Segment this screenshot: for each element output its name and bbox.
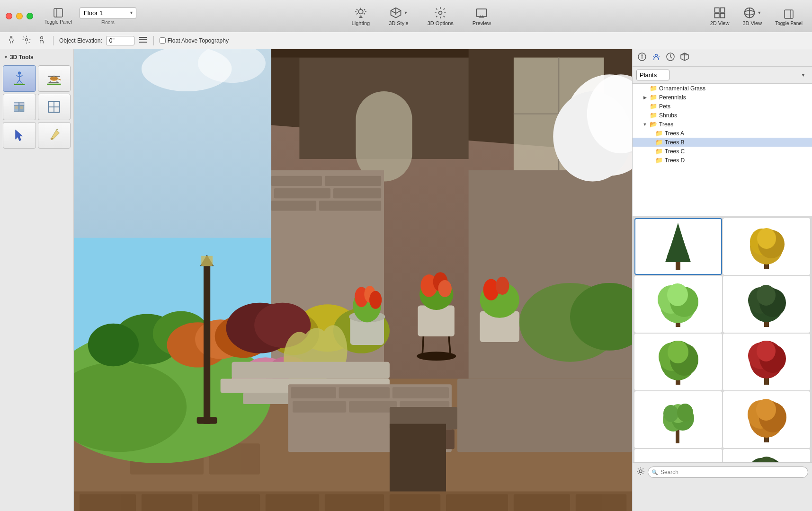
2d-view-button[interactable]: 2D View (706, 4, 733, 28)
svg-line-24 (17, 80, 19, 83)
cube-tab-button[interactable] (679, 51, 690, 64)
svg-rect-8 (720, 13, 724, 18)
svg-rect-40 (47, 84, 61, 85)
svg-rect-126 (291, 387, 336, 398)
thumb-light-green[interactable] (634, 276, 722, 333)
object-tab-button[interactable] (651, 51, 662, 64)
3d-options-button[interactable]: 3D Options (424, 4, 457, 28)
thumb-yellow-autumn[interactable] (723, 391, 811, 448)
tree-arrow-trees: ▼ (642, 122, 648, 127)
svg-rect-73 (274, 188, 330, 198)
svg-rect-12 (785, 10, 793, 18)
svg-point-177 (667, 283, 688, 306)
3d-style-button[interactable]: ▼ 3D Style (385, 4, 412, 28)
thumb-red-autumn[interactable] (723, 334, 811, 390)
svg-point-115 (417, 352, 456, 361)
svg-rect-153 (576, 494, 626, 511)
thumb-evergreen[interactable] (634, 218, 722, 275)
svg-point-111 (369, 291, 382, 309)
svg-line-25 (19, 80, 22, 83)
floors-label: Floors (101, 20, 115, 25)
settings-button[interactable] (636, 467, 645, 477)
svg-rect-150 (390, 494, 440, 511)
tree-item-perennials[interactable]: ▶ 📁 Perennials (633, 93, 812, 102)
tree-item-trees-b[interactable]: 📁 Trees B (633, 138, 812, 147)
thumb-acacia[interactable] (634, 449, 722, 462)
person-icon-toolbar[interactable] (36, 34, 47, 47)
helicopter-tool-button[interactable] (38, 65, 71, 92)
bottom-bar (633, 462, 812, 481)
close-button[interactable] (6, 13, 12, 19)
toggle-panel-left-button[interactable]: Toggle Panel (41, 5, 76, 26)
frame-tool-button[interactable] (38, 94, 71, 120)
tree-browser: 📁 Ornamental Grass ▶ 📁 Perennials 📁 Pets… (633, 84, 812, 216)
tree-item-pets[interactable]: 📁 Pets (633, 102, 812, 111)
minimize-button[interactable] (16, 13, 23, 19)
svg-rect-134 (204, 266, 210, 423)
svg-line-36 (57, 79, 61, 80)
object-toolbar: Object Elevation: Float Above Topography (0, 32, 812, 49)
thumb-sparse-green[interactable] (634, 391, 722, 448)
svg-rect-128 (393, 387, 449, 398)
clock-tab-button[interactable] (665, 51, 676, 64)
tree-arrow-perennials: ▶ (642, 95, 648, 100)
svg-rect-125 (457, 379, 632, 452)
info-tab-button[interactable] (636, 51, 648, 64)
dollhouse-tool-button[interactable] (3, 94, 36, 120)
garden-scene (74, 49, 632, 511)
toggle-panel-right-button[interactable]: Toggle Panel (771, 7, 806, 28)
select-tool-button[interactable] (3, 122, 36, 149)
svg-rect-48 (49, 102, 54, 107)
svg-point-35 (54, 75, 55, 77)
trees-label: Trees (659, 121, 673, 128)
svg-point-192 (757, 341, 776, 361)
preview-button[interactable]: Preview (469, 4, 495, 28)
svg-rect-43 (14, 102, 18, 106)
tree-item-trees-c[interactable]: 📁 Trees C (633, 147, 812, 156)
tree-item-shrubs[interactable]: 📁 Shrubs (633, 111, 812, 120)
walk-mode-icon[interactable] (6, 34, 17, 47)
svg-rect-18 (139, 39, 147, 40)
svg-point-198 (677, 404, 693, 422)
float-checkbox[interactable] (160, 37, 166, 44)
canvas-area[interactable] (74, 49, 632, 511)
3d-view-button[interactable]: ▼ 3D View (739, 4, 766, 28)
svg-marker-167 (665, 225, 691, 262)
tree-item-trees[interactable]: ▼ 📂 Trees (633, 120, 812, 129)
tree-item-trees-a[interactable]: 📁 Trees A (633, 129, 812, 138)
thumb-dark-round[interactable] (723, 449, 811, 462)
right-panel-tabs (633, 49, 812, 67)
svg-rect-152 (514, 494, 570, 511)
gear-icon-toolbar[interactable] (21, 34, 32, 47)
svg-rect-19 (139, 42, 147, 43)
tree-item-trees-d[interactable]: 📁 Trees D (633, 156, 812, 165)
thumb-dark-green[interactable] (723, 276, 811, 333)
floor-select[interactable]: Floor 1 Floor 2 (80, 7, 136, 19)
title-bar: Toggle Panel Floor 1 Floor 2 Floors Ligh… (0, 0, 812, 32)
svg-point-156 (642, 55, 642, 56)
trees-c-label: Trees C (665, 148, 685, 155)
search-input[interactable] (648, 467, 808, 478)
3d-options-label: 3D Options (428, 20, 454, 26)
svg-point-14 (10, 36, 12, 38)
right-panel: Plants Trees Shrubs 📁 Ornamental Grass ▶… (632, 49, 812, 511)
object-elevation-input[interactable] (106, 36, 134, 45)
svg-rect-127 (339, 387, 390, 398)
float-label: Float Above Topography (168, 37, 229, 44)
thumb-yellow-tree[interactable] (723, 218, 811, 275)
lighting-button[interactable]: Lighting (348, 4, 374, 28)
svg-point-197 (663, 405, 678, 422)
thumb-round-green[interactable] (634, 334, 722, 390)
maximize-button[interactable] (27, 13, 33, 19)
svg-point-3 (439, 11, 442, 14)
category-select[interactable]: Plants Trees Shrubs (636, 70, 669, 80)
left-panel-title: 3D Tools (3, 52, 71, 62)
tree-item-ornamental-grass[interactable]: 📁 Ornamental Grass (633, 84, 812, 93)
svg-rect-33 (50, 78, 58, 80)
lighting-label: Lighting (352, 20, 370, 26)
svg-rect-146 (142, 494, 192, 511)
eyedropper-tool-button[interactable] (38, 122, 71, 149)
walk-tool-button[interactable] (3, 65, 36, 92)
list-icon-button[interactable] (138, 35, 148, 46)
svg-rect-44 (19, 102, 24, 106)
